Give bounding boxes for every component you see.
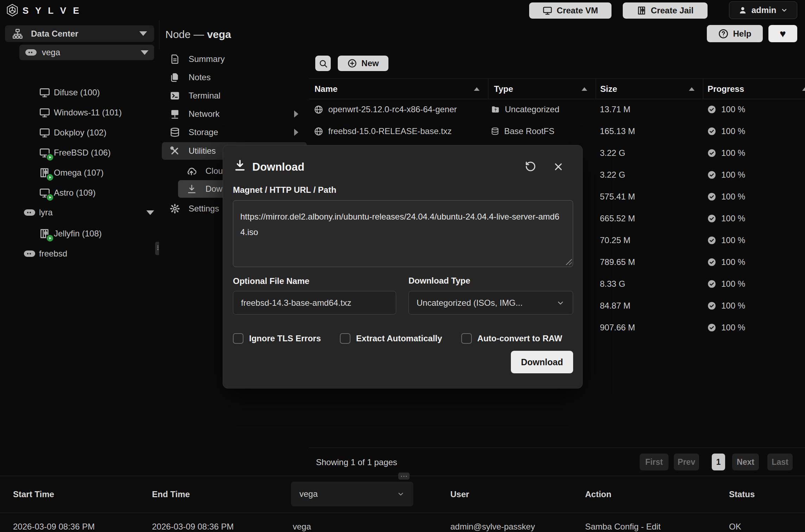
check-circle-icon <box>707 105 716 114</box>
tab-network[interactable]: Network <box>170 106 298 122</box>
new-download-button[interactable]: New <box>338 56 388 71</box>
tab-notes[interactable]: Notes <box>170 70 211 85</box>
server-icon <box>24 209 36 216</box>
node-name: vega <box>207 28 231 40</box>
check-circle-icon <box>707 236 716 245</box>
log-cell-node: vega <box>293 522 311 532</box>
chevron-right-icon <box>294 129 298 136</box>
activity-log-panel: ⋯ Start Time End Time vega User Action S… <box>0 476 805 532</box>
favorite-button[interactable]: ♥ <box>768 25 797 42</box>
help-button[interactable]: Help <box>707 25 763 42</box>
column-header-size[interactable]: Size <box>596 79 703 99</box>
jail-icon <box>39 228 50 239</box>
create-jail-button[interactable]: Create Jail <box>623 2 708 19</box>
sidebar-item-windows-11[interactable]: Windows-11 (101) <box>39 107 122 118</box>
download-modal: Download Magnet / HTTP URL / Path https:… <box>223 145 583 388</box>
filename-input[interactable] <box>233 291 396 315</box>
url-textarea[interactable]: https://mirror.del2.albony.in/ubuntu-rel… <box>233 200 573 267</box>
tab-settings[interactable]: Settings <box>170 201 219 216</box>
running-badge-icon <box>46 173 54 181</box>
column-header-type[interactable]: Type <box>488 79 596 99</box>
log-cell-start-time: 2026-03-09 08:36 PM <box>13 522 95 532</box>
file-text-icon <box>170 54 180 64</box>
user-menu-button[interactable]: admin <box>729 1 797 19</box>
pagination-next-button[interactable]: Next <box>732 454 759 470</box>
search-icon <box>318 59 328 68</box>
app-root: S Y L V E Create VM Create Jail admin <box>0 0 805 532</box>
sidebar-root-datacenter[interactable]: Data Center <box>5 25 154 42</box>
sidebar-item-omega[interactable]: Omega (107) <box>39 167 103 178</box>
log-cell-action: Samba Config - Edit <box>585 522 661 532</box>
pagination-bar: Showing 1 of 1 pages First Prev 1 Next L… <box>309 448 805 476</box>
sidebar-node-lyra[interactable]: lyra <box>24 208 154 217</box>
chevron-down-icon <box>397 490 405 498</box>
pagination-prev-button[interactable]: Prev <box>674 454 699 470</box>
database-icon <box>491 127 499 135</box>
log-node-filter-select[interactable]: vega <box>291 482 413 506</box>
globe-icon <box>314 105 323 114</box>
table-row[interactable]: openwrt-25.12.0-rc4-x86-64-gener Uncateg… <box>309 99 805 120</box>
search-button[interactable] <box>315 56 331 71</box>
sidebar-item-astro[interactable]: Astro (109) <box>39 187 96 198</box>
page-header: Node — vega Help ♥ <box>159 20 805 50</box>
page-title: Node — vega <box>165 28 231 40</box>
log-cell-user: admin@sylve-passkey <box>450 522 535 532</box>
heart-icon: ♥ <box>780 28 786 40</box>
sidebar-item-difuse[interactable]: Difuse (100) <box>39 87 100 98</box>
node-label: vega <box>42 48 136 57</box>
check-circle-icon <box>707 279 716 289</box>
download-icon <box>234 159 246 172</box>
pagination-last-button[interactable]: Last <box>767 454 793 470</box>
sidebar-item-freebsd-vm[interactable]: FreeBSD (106) <box>39 147 110 158</box>
extract-auto-checkbox[interactable] <box>340 333 350 344</box>
autoconvert-raw-checkbox[interactable] <box>461 333 472 344</box>
download-icon <box>186 184 197 194</box>
jail-icon <box>637 6 647 15</box>
chevron-down-icon <box>139 31 147 36</box>
running-badge-icon <box>46 234 54 242</box>
column-header-progress[interactable]: Progress <box>703 79 805 99</box>
question-circle-icon <box>718 28 729 39</box>
chevron-right-icon <box>294 110 298 118</box>
monitor-icon <box>39 87 50 98</box>
table-row[interactable]: freebsd-15.0-RELEASE-base.txz Base RootF… <box>309 120 805 142</box>
ignore-tls-checkbox[interactable] <box>233 333 243 344</box>
pagination-first-button[interactable]: First <box>640 454 668 470</box>
chevron-down-icon <box>141 50 148 55</box>
download-type-select[interactable]: Uncategorized (ISOs, IMG... <box>408 291 573 315</box>
panel-resize-handle[interactable]: ⋯ <box>398 473 410 480</box>
tab-storage[interactable]: Storage <box>170 125 298 140</box>
tab-summary[interactable]: Summary <box>170 51 225 67</box>
sidebar: Data Center vega Difuse (100) Windows-11… <box>0 20 159 476</box>
reset-button[interactable] <box>525 161 536 172</box>
download-submit-button[interactable]: Download <box>511 351 573 373</box>
pagination-status: Showing 1 of 1 pages <box>316 457 397 467</box>
create-vm-button[interactable]: Create VM <box>529 2 611 19</box>
check-circle-icon <box>707 127 716 136</box>
log-header-start-time: Start Time <box>13 489 54 499</box>
server-icon <box>25 49 37 56</box>
sort-asc-icon <box>474 87 480 91</box>
tab-utilities-downloader[interactable]: Down <box>186 181 227 197</box>
column-header-name[interactable]: Name <box>309 79 488 99</box>
running-badge-icon <box>46 153 54 161</box>
sidebar-node-vega[interactable]: vega <box>19 45 154 60</box>
check-circle-icon <box>707 148 716 158</box>
sidebar-item-jellyfin[interactable]: Jellyfin (108) <box>39 228 102 239</box>
monitor-icon <box>543 6 552 15</box>
tools-icon <box>170 146 180 156</box>
close-icon[interactable] <box>553 162 564 172</box>
tab-terminal[interactable]: Terminal <box>170 88 221 103</box>
sort-asc-icon <box>582 87 587 91</box>
pagination-page-button[interactable]: 1 <box>712 454 725 470</box>
tab-utilities-cloud[interactable]: Cloud <box>186 163 228 179</box>
monitor-icon <box>39 187 50 198</box>
sidebar-node-freebsd[interactable]: freebsd <box>24 249 67 259</box>
user-icon <box>738 6 747 15</box>
tab-utilities[interactable]: Utilities <box>170 143 216 159</box>
undo-icon <box>525 161 536 172</box>
monitor-icon <box>39 107 50 118</box>
sort-asc-icon <box>802 87 805 91</box>
sidebar-item-dokploy[interactable]: Dokploy (102) <box>39 127 106 138</box>
divider <box>0 513 805 513</box>
